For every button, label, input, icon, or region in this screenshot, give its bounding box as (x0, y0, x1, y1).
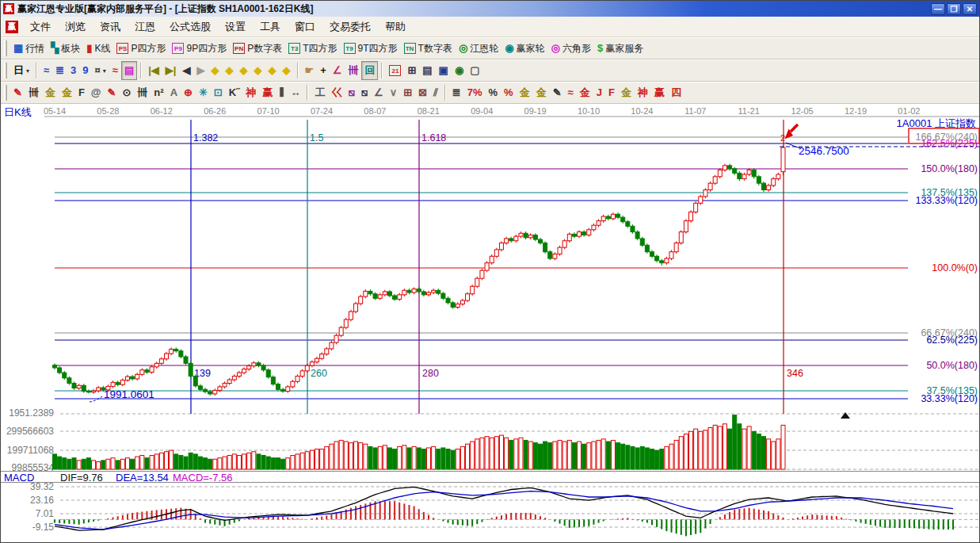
memo-icon[interactable]: ▤ (419, 61, 435, 80)
chart-area[interactable]: 05-1405-2806-1206-2607-1007-2408-0708-21… (1, 104, 980, 543)
menu-item-9[interactable]: 帮助 (378, 17, 413, 36)
menu-item-7[interactable]: 窗口 (288, 17, 322, 36)
j-angle-icon[interactable]: J (593, 83, 605, 102)
angle-lines-icon[interactable]: ∠ (371, 83, 387, 102)
red-target-icon[interactable]: ⊕ (181, 83, 196, 102)
red-pen2-icon[interactable]: ✎ (105, 83, 120, 102)
smart-tool-icon[interactable]: 回 (361, 61, 378, 80)
color-histogram-icon[interactable]: ▤ (121, 61, 137, 80)
si-angle-icon[interactable]: 四 (668, 83, 684, 102)
k-marks-icon[interactable]: K˝ (226, 83, 243, 102)
toolbar-grip[interactable] (4, 40, 7, 56)
spiral-icon[interactable]: @ (88, 83, 105, 102)
fence-icon[interactable]: 卌 (25, 83, 42, 102)
crosshair-icon[interactable]: + (317, 61, 330, 80)
gold-angle-icon[interactable]: 金 (618, 83, 635, 102)
expand-horizontal-diamond-icon[interactable]: ◆ (237, 61, 251, 80)
percent-icon[interactable]: % (486, 83, 501, 102)
save-icon[interactable]: ▣ (436, 61, 452, 80)
menu-item-3[interactable]: 江恩 (128, 17, 162, 36)
three-charts-icon[interactable]: 3 (67, 61, 79, 80)
menu-item-4[interactable]: 公式选股 (162, 17, 218, 36)
calculator-icon[interactable]: ⊞ (404, 61, 419, 80)
gann-grid-tool-icon[interactable]: 卌 (345, 61, 361, 80)
n-squared-icon[interactable]: n² (151, 83, 166, 102)
indicator-cycle-selector[interactable]: ¤▾ (92, 61, 109, 80)
f-fence-icon[interactable]: F (75, 83, 88, 102)
grid-arrow-icon[interactable]: ⊠ (415, 83, 430, 102)
star-target-icon[interactable]: ✳ (196, 83, 211, 102)
menu-item-2[interactable]: 资讯 (93, 17, 128, 36)
bars-scale-icon[interactable]: ≣ (449, 83, 464, 102)
region-zoom-icon[interactable]: ≈ (40, 61, 52, 80)
fence3-icon[interactable]: 卌 (134, 83, 151, 102)
box-target-icon[interactable]: ⊡ (211, 83, 226, 102)
gold-red-box-icon[interactable]: 金 (577, 83, 593, 102)
toolbar-grip[interactable] (4, 85, 7, 101)
winner-service-button[interactable]: $赢家服务 (594, 39, 646, 58)
dark-fan-box-icon[interactable]: ⧅ (358, 83, 371, 102)
drag-hand-icon[interactable]: ☛ (302, 61, 318, 80)
p9-square-button[interactable]: P99P四方形 (169, 39, 230, 58)
menu-item-8[interactable]: 交易委托 (322, 17, 378, 36)
menu-item-6[interactable]: 工具 (253, 17, 288, 36)
compress-diamond-icon[interactable]: ◆ (251, 61, 265, 80)
gold-fence2-icon[interactable]: 金 (59, 83, 75, 102)
kline-period-selector[interactable]: 日▾ (10, 61, 32, 80)
sectors-button[interactable]: ▚板块 (48, 39, 83, 58)
grid-tool-icon[interactable]: ⊞ (400, 83, 415, 102)
parallel-lines-icon[interactable]: ⫽ (430, 83, 441, 102)
menu-item-5[interactable]: 设置 (218, 17, 253, 36)
kline-button[interactable]: ▮K线 (83, 39, 113, 58)
gold-circle-icon[interactable]: 金 (517, 83, 533, 102)
net-sync-icon[interactable]: ◉ (452, 61, 467, 80)
shen-fence-icon[interactable]: 神 (242, 83, 259, 102)
workstation-icon[interactable]: ▢ (467, 61, 482, 80)
width-arrow-icon[interactable]: ↔ (287, 83, 303, 102)
first-page-icon[interactable]: |◀ (145, 61, 162, 80)
ruler-123-icon[interactable]: ⫼ (276, 83, 287, 102)
menu-item-1[interactable]: 浏览 (58, 17, 93, 36)
quotes-button[interactable]: ▦行情 (10, 39, 48, 58)
draw-pen-icon[interactable]: ✎ (10, 83, 25, 102)
winner-wheel-button[interactable]: ◉赢家轮 (501, 39, 547, 58)
menu-item-0[interactable]: 文件 (23, 17, 58, 36)
calendar-icon[interactable]: 21 (386, 61, 404, 80)
expand-vertical-diamond-icon[interactable]: ◆ (265, 61, 280, 80)
angle-measure-icon[interactable]: ∠ (330, 61, 345, 80)
gann-wheel-button[interactable]: ◎江恩轮 (456, 39, 501, 58)
close-button[interactable]: ✕ (963, 3, 977, 15)
nine-charts-icon[interactable]: 9 (79, 61, 91, 80)
gold-lines-icon[interactable]: 金 (533, 83, 550, 102)
red-wave-icon[interactable]: ≈ (109, 61, 121, 80)
red-wave2-icon[interactable]: ≈ (565, 83, 577, 102)
info-panel-icon[interactable]: ≣ (52, 61, 67, 80)
black-pen-icon[interactable]: ✎ (550, 83, 565, 102)
fold-angle-icon[interactable]: A (167, 83, 181, 102)
clock-cycle-icon[interactable]: ⊙ (119, 83, 134, 102)
prev-bar-icon[interactable]: ◀ (180, 61, 194, 80)
wave-v-icon[interactable]: ∨ (387, 83, 401, 102)
hexagon-button[interactable]: ◎六角形 (548, 39, 594, 58)
gann-box-icon[interactable]: 工 (311, 83, 328, 102)
minimize-button[interactable]: — (931, 3, 945, 15)
seven-percent-icon[interactable]: 7% (464, 83, 486, 102)
last-page-icon[interactable]: ▶| (162, 61, 180, 80)
red-fan-icon[interactable]: 巜 (328, 83, 345, 102)
purple-fan-box-icon[interactable]: ⧅ (345, 83, 357, 102)
t-number-table-button[interactable]: TNT数字表 (401, 39, 456, 58)
t9-square-button[interactable]: T99T四方形 (341, 39, 401, 58)
t-square-button[interactable]: T3T四方形 (285, 39, 340, 58)
percent-lines-icon[interactable]: % (501, 83, 517, 102)
toolbar-grip[interactable] (4, 63, 7, 78)
f-angle-icon[interactable]: F (605, 83, 618, 102)
shift-left-diamond-icon[interactable]: ◆ (208, 61, 223, 80)
marker-triangle-icon[interactable] (841, 412, 850, 419)
ying-fence-icon[interactable]: 赢 (259, 83, 276, 102)
maximize-button[interactable]: ❐ (947, 3, 961, 15)
next-bar-icon[interactable]: ▶ (194, 61, 208, 80)
p-square-button[interactable]: PSP四方形 (113, 39, 169, 58)
shift-right-diamond-icon[interactable]: ◆ (223, 61, 237, 80)
shen-angle-icon[interactable]: 神 (635, 83, 651, 102)
p-number-table-button[interactable]: PNP数字表 (230, 39, 285, 58)
